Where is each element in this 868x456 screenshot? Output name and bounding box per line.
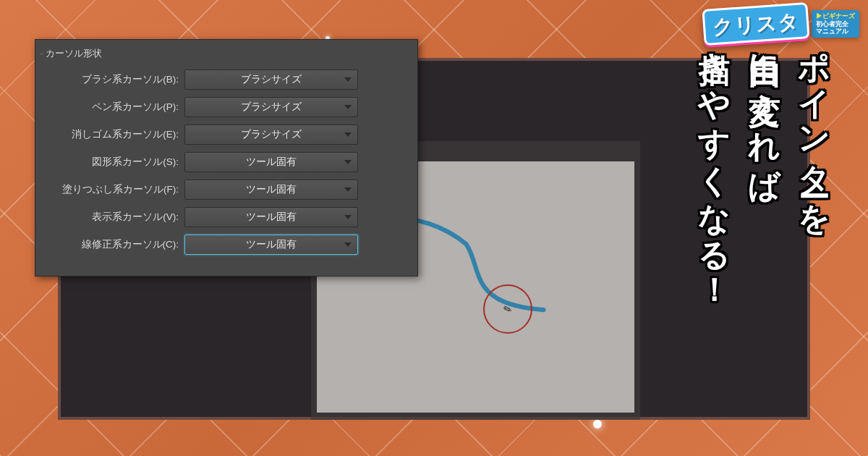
cursor-type-select[interactable]: ツール固有 [184, 207, 358, 227]
cursor-setting-row: 表示系カーソル(V):ツール固有 [35, 203, 417, 231]
chevron-down-icon [344, 215, 352, 219]
panel-legend: カーソル形状 [46, 47, 417, 60]
cursor-type-select[interactable]: ツール固有 [184, 152, 358, 172]
logo-sub1: 初心者完全 [816, 20, 855, 28]
chevron-down-icon [344, 242, 352, 247]
cursor-setting-row: 塗りつぶし系カーソル(F):ツール固有 [35, 176, 417, 203]
field-label: ブラシ系カーソル(B): [48, 73, 179, 86]
cursor-setting-row: 消しゴム系カーソル(E):ブラシサイズ [35, 121, 417, 148]
cursor-type-select[interactable]: ブラシサイズ [184, 97, 358, 117]
cursor-setting-row: ブラシ系カーソル(B):ブラシサイズ [35, 66, 417, 93]
field-label: 塗りつぶし系カーソル(F): [48, 183, 179, 196]
cursor-setting-row: 線修正系カーソル(C):ツール固有 [35, 231, 417, 258]
chevron-down-icon [344, 105, 352, 109]
chevron-down-icon [344, 187, 352, 192]
cursor-type-select[interactable]: ツール固有 [184, 180, 358, 200]
field-label: ペン系カーソル(P): [48, 101, 179, 114]
select-value: ツール固有 [246, 211, 297, 224]
cursor-type-select[interactable]: ブラシサイズ [184, 69, 358, 90]
logo-beginners-label: ▶ビギナーズ [816, 12, 855, 20]
select-value: ツール固有 [246, 238, 297, 251]
headline: ポインターを 自由に変えれば 描きやすくなる！ [694, 29, 836, 290]
select-value: ブラシサイズ [241, 73, 302, 86]
cursor-setting-row: 図形系カーソル(S):ツール固有 [35, 148, 417, 176]
select-value: ツール固有 [246, 156, 297, 169]
field-label: 表示系カーソル(V): [48, 211, 179, 224]
headline-line-3: 描きやすくなる！ [694, 29, 736, 290]
cursor-shape-panel: カーソル形状 ブラシ系カーソル(B):ブラシサイズペン系カーソル(P):ブラシサ… [35, 39, 418, 276]
headline-line-1: ポインターを [793, 29, 836, 290]
cursor-type-select[interactable]: ブラシサイズ [184, 124, 358, 145]
field-label: 図形系カーソル(S): [48, 156, 179, 169]
field-label: 線修正系カーソル(C): [48, 238, 179, 251]
headline-line-2: 自由に変えれば [744, 29, 786, 290]
select-value: ツール固有 [246, 183, 297, 196]
select-value: ブラシサイズ [241, 128, 302, 141]
chevron-down-icon [344, 77, 352, 82]
chevron-down-icon [344, 132, 352, 137]
cursor-setting-row: ペン系カーソル(P):ブラシサイズ [35, 93, 417, 121]
chevron-down-icon [344, 160, 352, 164]
field-label: 消しゴム系カーソル(E): [48, 128, 179, 141]
select-value: ブラシサイズ [241, 101, 302, 114]
cursor-type-select[interactable]: ツール固有 [184, 235, 358, 255]
